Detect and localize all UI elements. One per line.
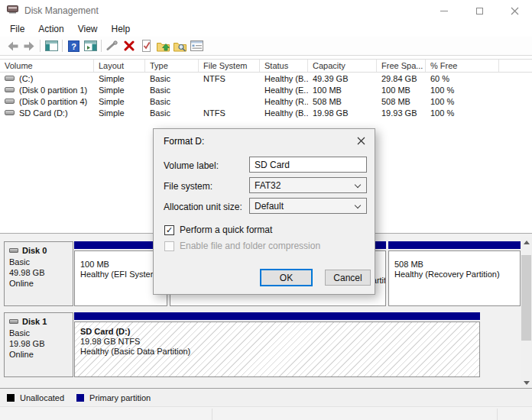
header-file-system[interactable]: File System: [199, 60, 260, 72]
cell-status: Healthy (B...: [260, 108, 308, 118]
scroll-up-arrow[interactable]: [521, 237, 532, 248]
properties-icon[interactable]: [188, 38, 205, 54]
volume-label-label: Volume label:: [164, 160, 219, 171]
cancel-button[interactable]: Cancel: [325, 270, 371, 286]
partition-size-label: 508 MB: [394, 260, 514, 270]
mark-partition-active-icon[interactable]: [138, 38, 154, 54]
minimize-icon: [440, 11, 448, 11]
cell-fs: NTFS: [199, 74, 260, 83]
disk0-type: Basic: [9, 257, 68, 267]
checkmark-icon: ✓: [166, 226, 173, 234]
table-row-c[interactable]: (C:) Simple Basic NTFS Healthy (B... 49.…: [0, 73, 532, 84]
quick-format-checkbox-row: ✓ Perform a quick format: [164, 225, 272, 235]
header-type[interactable]: Type: [145, 60, 199, 72]
strip-divider: [497, 409, 498, 420]
back-icon[interactable]: [4, 38, 21, 54]
disk1-type: Basic: [9, 328, 68, 338]
disk-management-app-icon: [7, 4, 19, 18]
format-dialog: Format D: Volume label: File system: FAT…: [153, 128, 375, 295]
show-action-pane-icon[interactable]: [82, 38, 99, 54]
help-icon[interactable]: ?: [65, 38, 82, 54]
bottom-strip: [0, 406, 532, 420]
compression-checkbox-row: Enable file and folder compression: [164, 241, 320, 251]
cell-type: Basic: [145, 108, 199, 118]
unallocated-color-swatch: [7, 394, 15, 402]
volume-icon: [5, 76, 15, 81]
toolbar: ?: [0, 37, 532, 56]
triangle-down-icon: [524, 381, 530, 385]
compression-checkbox: [164, 241, 174, 251]
menu-help[interactable]: Help: [105, 22, 138, 36]
allocation-unit-size-value: Default: [255, 201, 284, 212]
partition-size-label: 19.98 GB NTFS: [80, 337, 474, 347]
disk1-header[interactable]: Disk 1 Basic 19.98 GB Online: [4, 312, 73, 377]
file-system-value: FAT32: [255, 180, 281, 191]
allocation-unit-size-label: Allocation unit size:: [164, 202, 242, 212]
cell-capacity: 508 MB: [308, 97, 377, 106]
scrollbar-thumb[interactable]: [521, 255, 531, 341]
chevron-down-icon: [355, 202, 361, 208]
header-capacity[interactable]: Capacity: [308, 60, 377, 72]
cell-capacity: 19.98 GB: [308, 108, 377, 118]
header-pct-free[interactable]: % Free: [426, 60, 499, 72]
cell-pct: 60 %: [426, 74, 499, 83]
primary-partition-color-swatch: [76, 394, 84, 402]
cell-volume: SD Card (D:): [19, 108, 68, 118]
table-row-sd-card[interactable]: SD Card (D:) Simple Basic NTFS Healthy (…: [0, 107, 532, 118]
allocation-unit-size-dropdown[interactable]: Default: [249, 198, 367, 214]
quick-format-checkbox[interactable]: ✓: [164, 225, 174, 235]
close-icon: [511, 7, 519, 15]
chevron-down-icon: [355, 182, 361, 188]
disk1-name: Disk 1: [22, 316, 47, 327]
menu-action[interactable]: Action: [31, 22, 70, 36]
file-system-label: File system:: [164, 181, 212, 192]
table-row-partition1[interactable]: (Disk 0 partition 1) Simple Basic Health…: [0, 84, 532, 95]
dialog-close-button[interactable]: [352, 134, 369, 147]
menu-bar: File Action View Help: [0, 21, 532, 37]
open-folder-icon[interactable]: [154, 38, 171, 54]
partition-status-label: Healthy (Basic Data Partition): [80, 347, 474, 357]
vertical-scrollbar[interactable]: [521, 237, 532, 389]
cell-pct: 100 %: [426, 97, 499, 106]
ok-button[interactable]: OK: [260, 269, 313, 286]
disk0-name: Disk 0: [22, 245, 47, 256]
partition-recovery[interactable]: 508 MB Healthy (Recovery Partition): [388, 241, 521, 306]
header-volume[interactable]: Volume: [0, 60, 94, 72]
cell-pct: 100 %: [426, 108, 499, 118]
cell-capacity: 100 MB: [308, 86, 377, 95]
maximize-icon: [476, 8, 483, 15]
menu-view[interactable]: View: [71, 22, 105, 36]
volume-list-header: Volume Layout Type File System Status Ca…: [0, 59, 532, 73]
volume-label-input[interactable]: [249, 157, 367, 173]
forward-icon[interactable]: [21, 38, 37, 54]
header-status[interactable]: Status: [260, 60, 308, 72]
primary-partition-bar: [388, 241, 521, 249]
maximize-button[interactable]: [462, 0, 497, 21]
minimize-button[interactable]: [427, 0, 462, 21]
menu-file[interactable]: File: [3, 22, 31, 36]
disk0-size: 49.98 GB: [9, 267, 68, 278]
compression-label: Enable file and folder compression: [180, 241, 320, 251]
header-layout[interactable]: Layout: [94, 60, 145, 72]
cell-free: 29.84 GB: [377, 74, 426, 83]
delete-volume-icon[interactable]: [121, 38, 138, 54]
scroll-down-arrow[interactable]: [521, 377, 532, 389]
show-console-tree-icon[interactable]: [43, 38, 60, 54]
disk0-status: Online: [9, 278, 68, 289]
cell-free: 19.93 GB: [377, 108, 426, 118]
change-drive-letter-icon[interactable]: [104, 38, 121, 54]
triangle-up-icon: [524, 241, 530, 244]
partition-sd-card[interactable]: SD Card (D:) 19.98 GB NTFS Healthy (Basi…: [74, 312, 480, 377]
header-free-space[interactable]: Free Spa...: [377, 60, 426, 72]
toolbar-separator: [101, 40, 102, 52]
table-row-partition4[interactable]: (Disk 0 partition 4) Simple Basic Health…: [0, 95, 532, 107]
cell-layout: Simple: [94, 97, 145, 106]
file-system-dropdown[interactable]: FAT32: [249, 177, 367, 193]
explore-folder-icon[interactable]: [171, 38, 188, 54]
close-button[interactable]: [497, 0, 532, 21]
disk0-header[interactable]: Disk 0 Basic 49.98 GB Online: [4, 241, 73, 306]
svg-text:?: ?: [71, 41, 76, 50]
title-bar: Disk Management: [0, 0, 532, 21]
primary-partition-bar: [74, 312, 480, 320]
legend-primary-label: Primary partition: [89, 393, 151, 402]
